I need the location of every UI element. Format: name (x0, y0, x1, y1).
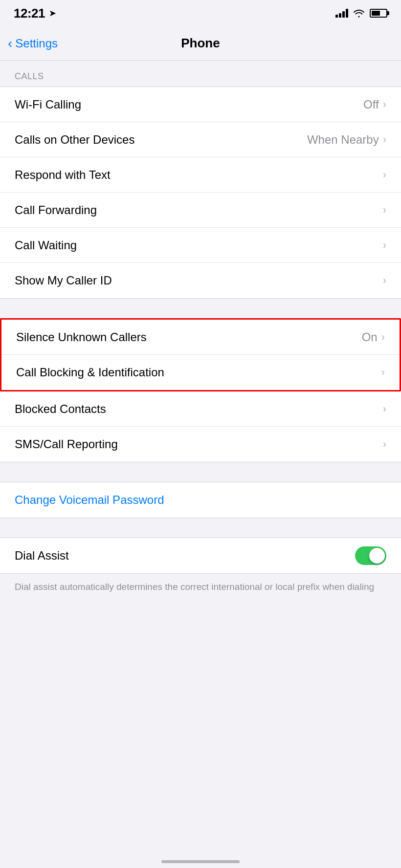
silence-unknown-callers-chevron: › (381, 331, 385, 344)
voicemail-settings-group: Change Voicemail Password (0, 482, 401, 518)
spacer-2 (0, 462, 401, 482)
call-blocking-chevron: › (381, 366, 385, 379)
sms-call-reporting-item[interactable]: SMS/Call Reporting › (0, 427, 401, 462)
blocked-contacts-item[interactable]: Blocked Contacts › (0, 391, 401, 427)
sms-call-reporting-chevron: › (383, 438, 386, 451)
status-time: 12:21 (14, 6, 45, 21)
call-waiting-item[interactable]: Call Waiting › (0, 228, 401, 263)
respond-with-text-right: › (383, 169, 386, 181)
dial-assist-description: Dial assist automatically determines the… (0, 574, 401, 601)
silence-unknown-callers-value: On (362, 330, 378, 344)
toggle-knob (369, 548, 385, 564)
signal-icon (335, 9, 348, 18)
show-caller-id-label: Show My Caller ID (15, 274, 112, 287)
dial-assist-item[interactable]: Dial Assist (0, 538, 401, 573)
silence-unknown-callers-label: Silence Unknown Callers (16, 330, 147, 344)
back-chevron-icon: ‹ (8, 36, 12, 51)
second-settings-group: Blocked Contacts › SMS/Call Reporting › (0, 391, 401, 462)
home-indicator (161, 860, 240, 863)
sms-call-reporting-label: SMS/Call Reporting (15, 437, 118, 451)
highlighted-section: Silence Unknown Callers On › Call Blocki… (0, 318, 401, 391)
blocked-contacts-chevron: › (383, 403, 386, 415)
calls-other-devices-label: Calls on Other Devices (15, 133, 134, 147)
sms-call-reporting-right: › (383, 438, 386, 451)
blocked-contacts-right: › (383, 403, 386, 415)
call-forwarding-chevron: › (383, 204, 386, 217)
calls-settings-group: Wi-Fi Calling Off › Calls on Other Devic… (0, 87, 401, 299)
respond-with-text-label: Respond with Text (15, 168, 111, 182)
calls-other-devices-right: When Nearby › (307, 133, 386, 147)
back-button[interactable]: ‹ Settings (8, 36, 58, 51)
change-voicemail-item[interactable]: Change Voicemail Password (0, 482, 401, 518)
silence-unknown-callers-item[interactable]: Silence Unknown Callers On › (1, 320, 400, 355)
back-label: Settings (15, 37, 58, 50)
spacer-3 (0, 518, 401, 538)
call-waiting-right: › (383, 239, 386, 252)
silence-unknown-callers-right: On › (362, 330, 385, 344)
show-caller-id-chevron: › (383, 274, 386, 287)
calls-other-devices-item[interactable]: Calls on Other Devices When Nearby › (0, 122, 401, 157)
respond-with-text-chevron: › (383, 169, 386, 181)
dial-assist-toggle[interactable] (355, 546, 386, 565)
dial-assist-settings-group: Dial Assist (0, 538, 401, 574)
wifi-icon (353, 9, 365, 18)
respond-with-text-item[interactable]: Respond with Text › (0, 157, 401, 193)
call-waiting-chevron: › (383, 239, 386, 252)
battery-icon (370, 9, 387, 18)
call-forwarding-label: Call Forwarding (15, 203, 97, 217)
wifi-calling-label: Wi-Fi Calling (15, 98, 81, 111)
call-blocking-label: Call Blocking & Identification (16, 366, 164, 379)
call-forwarding-right: › (383, 204, 386, 217)
dial-assist-label: Dial Assist (15, 549, 69, 563)
calls-section-header: CALLS (0, 61, 401, 87)
page-title: Phone (181, 36, 220, 51)
spacer-1 (0, 299, 401, 318)
blocked-contacts-label: Blocked Contacts (15, 402, 106, 416)
show-caller-id-item[interactable]: Show My Caller ID › (0, 263, 401, 298)
nav-header: ‹ Settings Phone (0, 26, 401, 61)
wifi-calling-value: Off (363, 98, 379, 111)
call-waiting-label: Call Waiting (15, 239, 77, 252)
dial-assist-right (355, 546, 386, 565)
wifi-calling-item[interactable]: Wi-Fi Calling Off › (0, 87, 401, 122)
calls-other-devices-chevron: › (383, 133, 386, 146)
change-voicemail-label: Change Voicemail Password (15, 493, 164, 507)
call-blocking-right: › (381, 366, 385, 379)
calls-other-devices-value: When Nearby (307, 133, 379, 147)
call-blocking-item[interactable]: Call Blocking & Identification › (1, 355, 400, 390)
location-icon: ➤ (49, 8, 56, 19)
status-bar: 12:21 ➤ (0, 0, 401, 26)
show-caller-id-right: › (383, 274, 386, 287)
wifi-calling-right: Off › (363, 98, 386, 111)
wifi-calling-chevron: › (383, 98, 386, 111)
status-icons (335, 9, 387, 18)
call-forwarding-item[interactable]: Call Forwarding › (0, 193, 401, 228)
